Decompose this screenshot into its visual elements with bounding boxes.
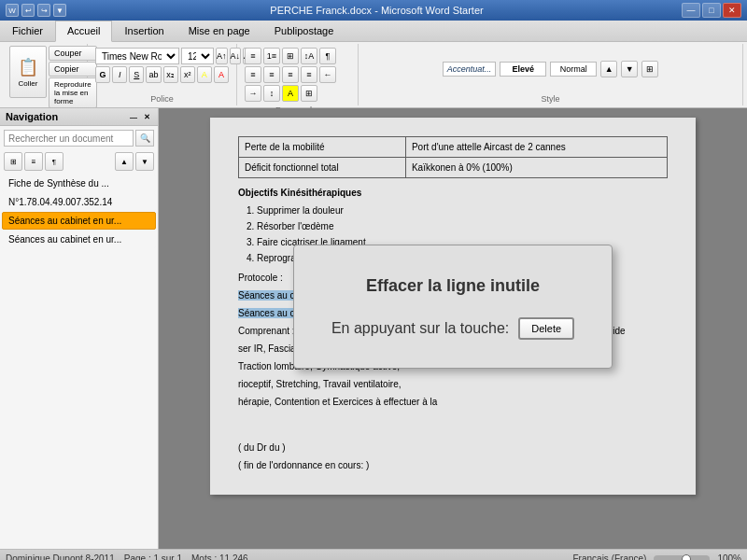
title-controls: — □ ✕ [682,3,741,18]
subscript-button[interactable]: x₂ [163,66,178,83]
shading-button[interactable]: A [282,85,299,102]
ribbon-group-clipboard: 📋 Coller Couper Copier Reproduire la mis… [4,44,88,105]
dialog-overlay: Effacer la ligne inutile En appuyant sur… [210,118,696,495]
font-label: Police [150,92,174,104]
ribbon: Fichier Accueil Insertion Mise en page P… [0,21,747,108]
style-accentuation[interactable]: Accentuat... [443,62,497,77]
font-area: Times New Ro 12 A↑ A↓ Aa G I S ab x₂ x² [93,46,231,85]
status-bar: Dominique Dupont 8-2011 Page : 1 sur 1 M… [0,549,747,560]
clipboard-buttons: 📋 Coller Couper Copier Reproduire la mis… [9,46,81,108]
nav-panel-close[interactable]: ✕ [141,111,152,122]
nav-view-buttons: ⊞ ≡ ¶ ▲ ▼ [0,150,158,173]
redo-icon[interactable]: ↪ [37,4,50,17]
nav-scroll-up[interactable]: ▲ [115,152,134,171]
show-marks-button[interactable]: ¶ [319,48,336,64]
nav-item-2[interactable]: Séances au cabinet en ur... [2,212,156,230]
font-color-button[interactable]: A [214,66,229,83]
nav-panel-title: Navigation [6,111,58,122]
word-icon[interactable]: W [6,4,19,17]
align-left-button[interactable]: ≡ [245,66,261,83]
sort-button[interactable]: ↕A [301,48,317,64]
bold-button[interactable]: G [95,66,110,83]
ribbon-content: 📋 Coller Couper Copier Reproduire la mis… [0,42,747,107]
nav-view-btn-1[interactable]: ⊞ [4,152,22,171]
dialog-box: Effacer la ligne inutile En appuyant sur… [293,245,613,369]
highlight-button[interactable]: A [197,66,212,83]
justify-button[interactable]: ≡ [301,66,317,83]
document-page[interactable]: Perte de la mobilité Port d'une attelle … [210,118,696,495]
dialog-subtitle-text: En appuyant sur la touche: [331,317,509,340]
window-title: PERCHE Franck.docx - Microsoft Word Star… [72,5,682,16]
numbering-button[interactable]: 1≡ [263,48,280,64]
line-spacing-button[interactable]: ↕ [263,85,280,102]
nav-item-1[interactable]: N°1.78.04.49.007.352.14 [2,193,156,211]
multilevel-button[interactable]: ⊞ [282,48,299,64]
font-name-select[interactable]: Times New Ro [95,48,179,64]
nav-search-button[interactable]: 🔍 [135,130,154,147]
indent-decrease-button[interactable]: ← [319,66,336,83]
styles-expand[interactable]: ⊞ [641,61,658,77]
tab-fichier[interactable]: Fichier [0,21,55,41]
tab-insertion[interactable]: Insertion [112,21,176,41]
ribbon-group-paragraph: ≡ 1≡ ⊞ ↕A ¶ ≡ ≡ ≡ ≡ ← → ↕ A ⊞ Paragraphe [237,44,359,105]
tab-accueil[interactable]: Accueil [55,21,112,42]
tab-publipostage[interactable]: Publipostage [262,21,346,41]
border-button[interactable]: ⊞ [301,85,317,102]
zoom-slider[interactable] [654,555,710,561]
styles-scroll-down[interactable]: ▼ [621,61,638,77]
main-layout: Navigation — ✕ 🔍 ⊞ ≡ ¶ ▲ ▼ Fiche de Synt… [0,108,747,549]
nav-search-area: 🔍 [0,126,158,150]
style-eleve[interactable]: Elevé [500,62,546,77]
font-style-row: G I S ab x₂ x² A A [95,66,229,83]
maximize-button[interactable]: □ [702,3,721,18]
superscript-button[interactable]: x² [180,66,195,83]
status-bar-right: Français (France) 100% [573,553,741,560]
indent-increase-button[interactable]: → [245,85,261,102]
font-name-row: Times New Ro 12 A↑ A↓ Aa [95,48,229,64]
font-size-select[interactable]: 12 [181,48,214,64]
align-center-button[interactable]: ≡ [263,66,280,83]
bullets-button[interactable]: ≡ [245,48,261,64]
nav-scroll-down[interactable]: ▼ [135,152,154,171]
zoom-thumb [682,554,691,561]
strikethrough-button[interactable]: ab [146,66,161,83]
font-size-up-button[interactable]: A↑ [216,48,228,64]
status-copyright: Dominique Dupont 8-2011 [6,553,115,560]
title-bar: W ↩ ↪ ▼ PERCHE Franck.docx - Microsoft W… [0,0,747,21]
nav-items-list: Fiche de Synthèse du ... N°1.78.04.49.00… [0,173,158,549]
styles-label: Style [541,92,559,104]
ribbon-tabs: Fichier Accueil Insertion Mise en page P… [0,21,747,42]
title-bar-icons: W ↩ ↪ ▼ [6,4,66,17]
style-normal[interactable]: Normal [550,62,597,77]
align-right-button[interactable]: ≡ [282,66,299,83]
delete-button[interactable]: Delete [518,317,574,340]
nav-view-btn-2[interactable]: ≡ [24,152,43,171]
dialog-subtitle: En appuyant sur la touche: Delete [331,317,574,340]
ribbon-group-styles: Accentuat... Elevé Normal ▲ ▼ ⊞ Style [359,44,743,105]
nav-header-icons: — ✕ [128,111,152,122]
zoom-level: 100% [717,553,741,560]
dialog-title: Effacer la ligne inutile [331,273,574,299]
nav-search-input[interactable] [4,130,134,147]
document-area: Perte de la mobilité Port d'une attelle … [159,108,747,549]
tab-mise-en-page[interactable]: Mise en page [176,21,262,41]
underline-button[interactable]: S [129,66,144,83]
paragraph-buttons: ≡ 1≡ ⊞ ↕A ¶ ≡ ≡ ≡ ≡ ← → ↕ A ⊞ [243,46,352,104]
minimize-button[interactable]: — [682,3,700,18]
close-button[interactable]: ✕ [723,3,741,18]
styles-scroll-up[interactable]: ▲ [600,61,617,77]
ribbon-group-font: Times New Ro 12 A↑ A↓ Aa G I S ab x₂ x² [88,44,237,105]
status-language: Français (France) [573,553,647,560]
nav-panel-minimize[interactable]: — [128,111,139,122]
nav-item-3[interactable]: Séances au cabinet en ur... [2,231,156,248]
undo-icon[interactable]: ↩ [21,4,35,17]
nav-item-0[interactable]: Fiche de Synthèse du ... [2,175,156,192]
italic-button[interactable]: I [112,66,127,83]
nav-panel-header: Navigation — ✕ [0,108,158,126]
status-words: Mots : 11 246 [191,553,248,560]
nav-view-btn-3[interactable]: ¶ [45,152,63,171]
menu-icon[interactable]: ▼ [53,4,66,17]
styles-area: Accentuat... Elevé Normal ▲ ▼ ⊞ [443,46,659,92]
coller-button[interactable]: 📋 Coller [9,46,47,98]
navigation-panel: Navigation — ✕ 🔍 ⊞ ≡ ¶ ▲ ▼ Fiche de Synt… [0,108,159,549]
